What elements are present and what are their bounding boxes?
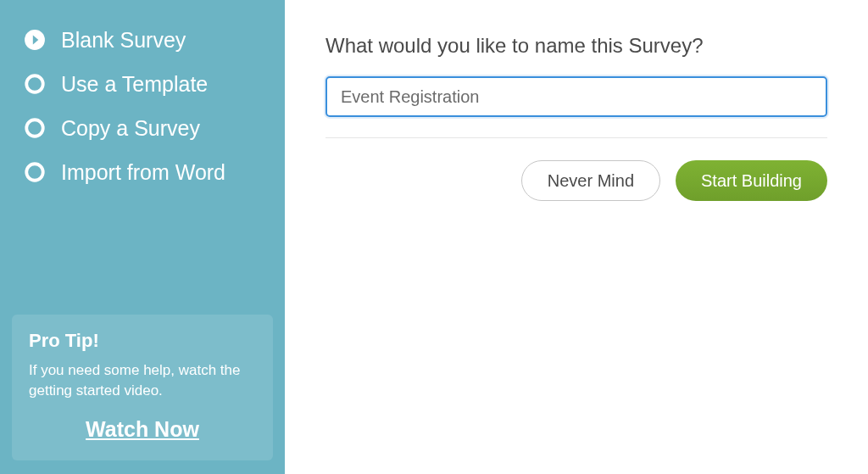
survey-name-input[interactable] <box>326 76 827 117</box>
pro-tip-title: Pro Tip! <box>29 330 256 352</box>
survey-name-prompt: What would you like to name this Survey? <box>326 34 827 58</box>
radio-unselected-icon <box>24 73 46 95</box>
svg-point-3 <box>26 164 43 181</box>
sidebar-option-label: Blank Survey <box>61 27 186 53</box>
start-building-button[interactable]: Start Building <box>676 160 827 201</box>
sidebar: Blank Survey Use a Template Copy a Surve… <box>0 0 285 474</box>
svg-point-1 <box>26 75 43 92</box>
sidebar-option-label: Use a Template <box>61 71 208 97</box>
sidebar-option-blank-survey[interactable]: Blank Survey <box>24 27 264 53</box>
cancel-button[interactable]: Never Mind <box>521 160 660 201</box>
pro-tip-box: Pro Tip! If you need some help, watch th… <box>12 315 273 460</box>
action-row: Never Mind Start Building <box>326 160 827 201</box>
sidebar-option-use-template[interactable]: Use a Template <box>24 71 264 97</box>
radio-unselected-icon <box>24 117 46 139</box>
sidebar-option-label: Copy a Survey <box>61 115 200 141</box>
svg-point-2 <box>26 120 43 137</box>
divider <box>326 137 827 138</box>
watch-now-link[interactable]: Watch Now <box>29 417 256 442</box>
arrow-right-circle-icon <box>24 29 46 51</box>
main-panel: What would you like to name this Survey?… <box>285 0 868 474</box>
sidebar-option-label: Import from Word <box>61 159 225 185</box>
radio-unselected-icon <box>24 161 46 183</box>
pro-tip-body: If you need some help, watch the getting… <box>29 360 256 402</box>
sidebar-option-import-word[interactable]: Import from Word <box>24 159 264 185</box>
sidebar-option-copy-survey[interactable]: Copy a Survey <box>24 115 264 141</box>
